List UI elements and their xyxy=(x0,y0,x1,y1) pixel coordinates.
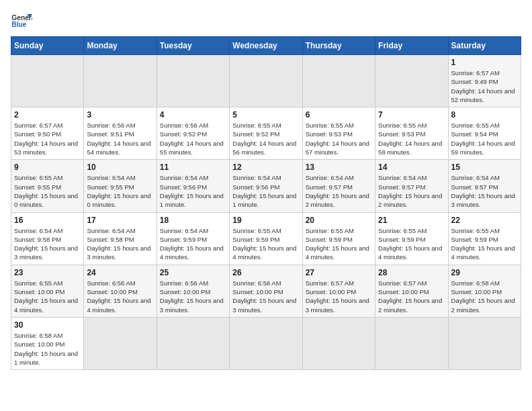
calendar-cell xyxy=(11,55,84,107)
calendar-cell: 27Sunrise: 6:57 AMSunset: 10:00 PMDaylig… xyxy=(302,265,375,317)
day-number: 12 xyxy=(232,163,299,172)
calendar-cell: 17Sunrise: 6:54 AMSunset: 9:58 PMDayligh… xyxy=(84,212,157,265)
day-info: Sunrise: 6:55 AMSunset: 9:59 PMDaylight:… xyxy=(306,227,369,261)
day-info: Sunrise: 6:54 AMSunset: 9:57 PMDaylight:… xyxy=(378,174,442,208)
day-number: 28 xyxy=(378,268,445,277)
calendar-cell xyxy=(448,317,521,369)
logo-icon: General Blue xyxy=(11,11,32,32)
weekday-header-saturday: Saturday xyxy=(448,37,521,55)
day-info: Sunrise: 6:55 AMSunset: 9:59 PMDaylight:… xyxy=(378,227,442,261)
day-info: Sunrise: 6:55 AMSunset: 9:53 PMDaylight:… xyxy=(306,122,369,156)
day-number: 26 xyxy=(232,268,299,277)
day-info: Sunrise: 6:56 AMSunset: 10:00 PMDaylight… xyxy=(232,279,296,314)
calendar-cell: 14Sunrise: 6:54 AMSunset: 9:57 PMDayligh… xyxy=(375,160,448,212)
calendar-week-row: 16Sunrise: 6:54 AMSunset: 9:58 PMDayligh… xyxy=(11,212,521,265)
day-info: Sunrise: 6:55 AMSunset: 9:59 PMDaylight:… xyxy=(451,227,515,261)
day-info: Sunrise: 6:56 AMSunset: 10:00 PMDaylight… xyxy=(160,279,224,314)
calendar-cell: 23Sunrise: 6:55 AMSunset: 10:00 PMDaylig… xyxy=(11,265,84,317)
day-info: Sunrise: 6:56 AMSunset: 9:52 PMDaylight:… xyxy=(160,122,224,156)
calendar-cell xyxy=(84,55,157,107)
calendar-week-row: 1Sunrise: 6:57 AMSunset: 9:49 PMDaylight… xyxy=(11,55,521,107)
calendar-cell: 16Sunrise: 6:54 AMSunset: 9:58 PMDayligh… xyxy=(11,212,84,265)
day-info: Sunrise: 6:57 AMSunset: 10:00 PMDaylight… xyxy=(306,279,369,314)
day-info: Sunrise: 6:58 AMSunset: 10:00 PMDaylight… xyxy=(14,332,78,366)
day-number: 15 xyxy=(451,163,518,172)
day-info: Sunrise: 6:56 AMSunset: 10:00 PMDaylight… xyxy=(87,279,150,314)
day-info: Sunrise: 6:54 AMSunset: 9:56 PMDaylight:… xyxy=(160,174,224,208)
calendar-cell: 4Sunrise: 6:56 AMSunset: 9:52 PMDaylight… xyxy=(157,107,229,160)
calendar-cell xyxy=(230,317,302,369)
day-info: Sunrise: 6:54 AMSunset: 9:57 PMDaylight:… xyxy=(306,174,369,208)
day-info: Sunrise: 6:57 AMSunset: 9:49 PMDaylight:… xyxy=(451,69,515,103)
day-number: 7 xyxy=(378,110,445,120)
day-number: 13 xyxy=(306,163,372,172)
calendar-cell: 29Sunrise: 6:58 AMSunset: 10:00 PMDaylig… xyxy=(448,265,521,317)
calendar-week-row: 23Sunrise: 6:55 AMSunset: 10:00 PMDaylig… xyxy=(11,265,521,317)
day-info: Sunrise: 6:55 AMSunset: 9:59 PMDaylight:… xyxy=(232,227,296,261)
weekday-header-row: SundayMondayTuesdayWednesdayThursdayFrid… xyxy=(11,37,521,55)
calendar-cell: 21Sunrise: 6:55 AMSunset: 9:59 PMDayligh… xyxy=(375,212,448,265)
calendar-cell xyxy=(230,55,302,107)
day-number: 29 xyxy=(451,268,518,277)
calendar-cell: 11Sunrise: 6:54 AMSunset: 9:56 PMDayligh… xyxy=(157,160,229,212)
calendar-cell: 10Sunrise: 6:54 AMSunset: 9:55 PMDayligh… xyxy=(84,160,157,212)
calendar-cell xyxy=(302,317,375,369)
calendar-week-row: 2Sunrise: 6:57 AMSunset: 9:50 PMDaylight… xyxy=(11,107,521,160)
calendar-cell: 12Sunrise: 6:54 AMSunset: 9:56 PMDayligh… xyxy=(230,160,302,212)
calendar-cell: 26Sunrise: 6:56 AMSunset: 10:00 PMDaylig… xyxy=(230,265,302,317)
day-number: 2 xyxy=(14,110,81,120)
calendar-week-row: 9Sunrise: 6:55 AMSunset: 9:55 PMDaylight… xyxy=(11,160,521,212)
day-info: Sunrise: 6:55 AMSunset: 9:54 PMDaylight:… xyxy=(451,122,515,156)
day-info: Sunrise: 6:54 AMSunset: 9:59 PMDaylight:… xyxy=(160,227,224,261)
day-info: Sunrise: 6:54 AMSunset: 9:56 PMDaylight:… xyxy=(232,174,296,208)
day-info: Sunrise: 6:58 AMSunset: 10:00 PMDaylight… xyxy=(451,279,515,314)
day-number: 6 xyxy=(306,110,372,120)
day-info: Sunrise: 6:55 AMSunset: 9:55 PMDaylight:… xyxy=(14,174,78,208)
weekday-header-friday: Friday xyxy=(375,37,448,55)
header: General Blue xyxy=(11,11,521,32)
day-number: 24 xyxy=(87,268,153,277)
day-number: 19 xyxy=(232,216,299,225)
weekday-header-monday: Monday xyxy=(84,37,157,55)
calendar-cell: 5Sunrise: 6:55 AMSunset: 9:52 PMDaylight… xyxy=(230,107,302,160)
day-info: Sunrise: 6:54 AMSunset: 9:58 PMDaylight:… xyxy=(14,227,78,261)
calendar-cell xyxy=(302,55,375,107)
day-number: 25 xyxy=(160,268,226,277)
logo: General Blue xyxy=(11,11,32,32)
day-info: Sunrise: 6:54 AMSunset: 9:55 PMDaylight:… xyxy=(87,174,150,208)
day-info: Sunrise: 6:57 AMSunset: 9:50 PMDaylight:… xyxy=(14,122,78,156)
calendar-cell: 20Sunrise: 6:55 AMSunset: 9:59 PMDayligh… xyxy=(302,212,375,265)
calendar-cell xyxy=(84,317,157,369)
calendar-cell xyxy=(157,55,229,107)
calendar-cell: 22Sunrise: 6:55 AMSunset: 9:59 PMDayligh… xyxy=(448,212,521,265)
day-number: 17 xyxy=(87,216,153,225)
day-number: 1 xyxy=(451,58,518,67)
day-number: 30 xyxy=(14,320,81,330)
day-number: 22 xyxy=(451,216,518,225)
calendar-cell: 13Sunrise: 6:54 AMSunset: 9:57 PMDayligh… xyxy=(302,160,375,212)
day-info: Sunrise: 6:56 AMSunset: 9:51 PMDaylight:… xyxy=(87,122,150,156)
day-info: Sunrise: 6:55 AMSunset: 10:00 PMDaylight… xyxy=(14,279,78,314)
calendar-cell: 9Sunrise: 6:55 AMSunset: 9:55 PMDaylight… xyxy=(11,160,84,212)
calendar-cell: 6Sunrise: 6:55 AMSunset: 9:53 PMDaylight… xyxy=(302,107,375,160)
day-number: 23 xyxy=(14,268,81,277)
calendar-week-row: 30Sunrise: 6:58 AMSunset: 10:00 PMDaylig… xyxy=(11,317,521,369)
day-info: Sunrise: 6:54 AMSunset: 9:58 PMDaylight:… xyxy=(87,227,150,261)
day-info: Sunrise: 6:55 AMSunset: 9:52 PMDaylight:… xyxy=(232,122,296,156)
day-number: 8 xyxy=(451,110,518,120)
calendar-cell: 8Sunrise: 6:55 AMSunset: 9:54 PMDaylight… xyxy=(448,107,521,160)
calendar-cell: 3Sunrise: 6:56 AMSunset: 9:51 PMDaylight… xyxy=(84,107,157,160)
day-number: 27 xyxy=(306,268,372,277)
day-info: Sunrise: 6:54 AMSunset: 9:57 PMDaylight:… xyxy=(451,174,515,208)
calendar-cell: 30Sunrise: 6:58 AMSunset: 10:00 PMDaylig… xyxy=(11,317,84,369)
day-number: 18 xyxy=(160,216,226,225)
day-info: Sunrise: 6:55 AMSunset: 9:53 PMDaylight:… xyxy=(378,122,442,156)
calendar-cell: 25Sunrise: 6:56 AMSunset: 10:00 PMDaylig… xyxy=(157,265,229,317)
svg-text:Blue: Blue xyxy=(11,21,26,28)
day-number: 21 xyxy=(378,216,445,225)
day-info: Sunrise: 6:57 AMSunset: 10:00 PMDaylight… xyxy=(378,279,442,314)
weekday-header-thursday: Thursday xyxy=(302,37,375,55)
calendar-cell xyxy=(375,317,448,369)
day-number: 9 xyxy=(14,163,81,172)
day-number: 3 xyxy=(87,110,153,120)
